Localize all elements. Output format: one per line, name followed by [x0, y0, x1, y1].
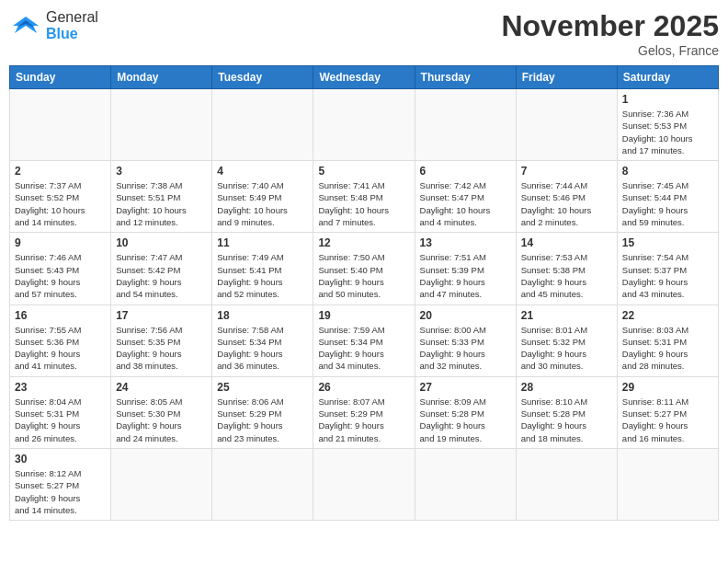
calendar-day-cell: 7Sunrise: 7:44 AM Sunset: 5:46 PM Daylig…: [516, 161, 617, 233]
weekday-header-monday: Monday: [111, 66, 212, 89]
day-number: 30: [15, 453, 106, 465]
calendar-week-row: 16Sunrise: 7:55 AM Sunset: 5:36 PM Dayli…: [10, 304, 719, 376]
calendar-day-cell: [111, 89, 212, 161]
day-number: 12: [318, 236, 409, 249]
day-number: 22: [622, 309, 713, 322]
day-info: Sunrise: 7:51 AM Sunset: 5:39 PM Dayligh…: [420, 251, 511, 300]
calendar-day-cell: 20Sunrise: 8:00 AM Sunset: 5:33 PM Dayli…: [415, 304, 516, 376]
day-info: Sunrise: 8:05 AM Sunset: 5:30 PM Dayligh…: [116, 396, 207, 444]
day-number: 16: [15, 309, 106, 322]
calendar-day-cell: 16Sunrise: 7:55 AM Sunset: 5:36 PM Dayli…: [10, 304, 111, 376]
day-info: Sunrise: 7:37 AM Sunset: 5:52 PM Dayligh…: [15, 179, 106, 228]
calendar-day-cell: 6Sunrise: 7:42 AM Sunset: 5:47 PM Daylig…: [415, 161, 516, 233]
calendar-day-cell: 4Sunrise: 7:40 AM Sunset: 5:49 PM Daylig…: [212, 161, 313, 233]
calendar-day-cell: [415, 448, 516, 520]
month-title: November 2025: [501, 9, 719, 43]
day-info: Sunrise: 8:06 AM Sunset: 5:29 PM Dayligh…: [217, 396, 308, 444]
calendar-day-cell: 25Sunrise: 8:06 AM Sunset: 5:29 PM Dayli…: [212, 376, 313, 448]
day-number: 1: [622, 93, 713, 106]
day-info: Sunrise: 8:10 AM Sunset: 5:28 PM Dayligh…: [521, 396, 612, 444]
calendar-day-cell: [415, 89, 516, 161]
calendar-day-cell: 29Sunrise: 8:11 AM Sunset: 5:27 PM Dayli…: [617, 376, 718, 448]
day-info: Sunrise: 7:53 AM Sunset: 5:38 PM Dayligh…: [521, 251, 612, 300]
title-block: November 2025 Gelos, France: [501, 9, 719, 58]
day-info: Sunrise: 7:45 AM Sunset: 5:44 PM Dayligh…: [622, 179, 713, 228]
day-number: 23: [15, 381, 106, 394]
day-number: 9: [15, 236, 106, 249]
calendar-table: SundayMondayTuesdayWednesdayThursdayFrid…: [9, 65, 719, 521]
calendar-week-row: 23Sunrise: 8:04 AM Sunset: 5:31 PM Dayli…: [10, 376, 719, 448]
day-number: 7: [521, 165, 612, 178]
day-info: Sunrise: 7:41 AM Sunset: 5:48 PM Dayligh…: [318, 179, 409, 228]
day-number: 18: [217, 309, 308, 322]
logo: General Blue: [9, 9, 98, 41]
day-info: Sunrise: 8:03 AM Sunset: 5:31 PM Dayligh…: [622, 324, 713, 373]
location: Gelos, France: [501, 43, 719, 58]
day-number: 8: [622, 165, 713, 178]
day-info: Sunrise: 8:07 AM Sunset: 5:29 PM Dayligh…: [318, 396, 409, 444]
day-info: Sunrise: 7:38 AM Sunset: 5:51 PM Dayligh…: [116, 179, 207, 228]
calendar-day-cell: 5Sunrise: 7:41 AM Sunset: 5:48 PM Daylig…: [313, 161, 415, 233]
day-info: Sunrise: 7:47 AM Sunset: 5:42 PM Dayligh…: [116, 251, 207, 300]
day-info: Sunrise: 7:46 AM Sunset: 5:43 PM Dayligh…: [15, 251, 106, 300]
logo-text: General Blue: [46, 9, 98, 41]
calendar-day-cell: 15Sunrise: 7:54 AM Sunset: 5:37 PM Dayli…: [617, 233, 718, 304]
logo-icon: [9, 13, 42, 39]
day-info: Sunrise: 7:40 AM Sunset: 5:49 PM Dayligh…: [217, 179, 308, 228]
day-number: 3: [116, 165, 207, 178]
day-info: Sunrise: 7:49 AM Sunset: 5:41 PM Dayligh…: [217, 251, 308, 300]
calendar-week-row: 9Sunrise: 7:46 AM Sunset: 5:43 PM Daylig…: [10, 233, 719, 304]
weekday-header-sunday: Sunday: [10, 66, 111, 89]
day-info: Sunrise: 7:56 AM Sunset: 5:35 PM Dayligh…: [116, 324, 207, 373]
calendar-day-cell: [516, 89, 617, 161]
day-number: 29: [622, 381, 713, 394]
calendar-day-cell: [516, 448, 617, 520]
day-info: Sunrise: 8:04 AM Sunset: 5:31 PM Dayligh…: [15, 396, 106, 444]
calendar-day-cell: [313, 448, 415, 520]
calendar-day-cell: [313, 89, 415, 161]
day-info: Sunrise: 7:59 AM Sunset: 5:34 PM Dayligh…: [318, 324, 409, 373]
day-number: 24: [116, 381, 207, 394]
day-number: 11: [217, 236, 308, 249]
calendar-day-cell: 30Sunrise: 8:12 AM Sunset: 5:27 PM Dayli…: [10, 448, 111, 520]
day-number: 13: [420, 236, 511, 249]
day-number: 5: [318, 165, 409, 178]
calendar-day-cell: 1Sunrise: 7:36 AM Sunset: 5:53 PM Daylig…: [617, 89, 718, 161]
day-info: Sunrise: 7:50 AM Sunset: 5:40 PM Dayligh…: [318, 251, 409, 300]
calendar-day-cell: 10Sunrise: 7:47 AM Sunset: 5:42 PM Dayli…: [111, 233, 212, 304]
day-number: 10: [116, 236, 207, 249]
calendar-day-cell: 2Sunrise: 7:37 AM Sunset: 5:52 PM Daylig…: [10, 161, 111, 233]
day-info: Sunrise: 7:44 AM Sunset: 5:46 PM Dayligh…: [521, 179, 612, 228]
calendar-day-cell: 23Sunrise: 8:04 AM Sunset: 5:31 PM Dayli…: [10, 376, 111, 448]
calendar-day-cell: 13Sunrise: 7:51 AM Sunset: 5:39 PM Dayli…: [415, 233, 516, 304]
day-number: 2: [15, 165, 106, 178]
calendar-day-cell: 3Sunrise: 7:38 AM Sunset: 5:51 PM Daylig…: [111, 161, 212, 233]
weekday-header-saturday: Saturday: [617, 66, 718, 89]
weekday-header-friday: Friday: [516, 66, 617, 89]
calendar-day-cell: 9Sunrise: 7:46 AM Sunset: 5:43 PM Daylig…: [10, 233, 111, 304]
day-number: 14: [521, 236, 612, 249]
day-number: 6: [420, 165, 511, 178]
day-number: 28: [521, 381, 612, 394]
calendar-week-row: 1Sunrise: 7:36 AM Sunset: 5:53 PM Daylig…: [10, 89, 719, 161]
calendar-day-cell: 19Sunrise: 7:59 AM Sunset: 5:34 PM Dayli…: [313, 304, 415, 376]
calendar-day-cell: 22Sunrise: 8:03 AM Sunset: 5:31 PM Dayli…: [617, 304, 718, 376]
day-number: 19: [318, 309, 409, 322]
page-header: General Blue November 2025 Gelos, France: [9, 9, 719, 58]
calendar-week-row: 30Sunrise: 8:12 AM Sunset: 5:27 PM Dayli…: [10, 448, 719, 520]
day-number: 26: [318, 381, 409, 394]
day-info: Sunrise: 7:58 AM Sunset: 5:34 PM Dayligh…: [217, 324, 308, 373]
day-info: Sunrise: 8:11 AM Sunset: 5:27 PM Dayligh…: [622, 396, 713, 444]
weekday-header-tuesday: Tuesday: [212, 66, 313, 89]
calendar-day-cell: 17Sunrise: 7:56 AM Sunset: 5:35 PM Dayli…: [111, 304, 212, 376]
calendar-day-cell: 14Sunrise: 7:53 AM Sunset: 5:38 PM Dayli…: [516, 233, 617, 304]
calendar-day-cell: 28Sunrise: 8:10 AM Sunset: 5:28 PM Dayli…: [516, 376, 617, 448]
day-info: Sunrise: 8:09 AM Sunset: 5:28 PM Dayligh…: [420, 396, 511, 444]
day-number: 17: [116, 309, 207, 322]
calendar-day-cell: 12Sunrise: 7:50 AM Sunset: 5:40 PM Dayli…: [313, 233, 415, 304]
calendar-day-cell: 18Sunrise: 7:58 AM Sunset: 5:34 PM Dayli…: [212, 304, 313, 376]
day-info: Sunrise: 8:00 AM Sunset: 5:33 PM Dayligh…: [420, 324, 511, 373]
weekday-header-row: SundayMondayTuesdayWednesdayThursdayFrid…: [10, 66, 719, 89]
calendar-day-cell: 24Sunrise: 8:05 AM Sunset: 5:30 PM Dayli…: [111, 376, 212, 448]
day-info: Sunrise: 8:01 AM Sunset: 5:32 PM Dayligh…: [521, 324, 612, 373]
